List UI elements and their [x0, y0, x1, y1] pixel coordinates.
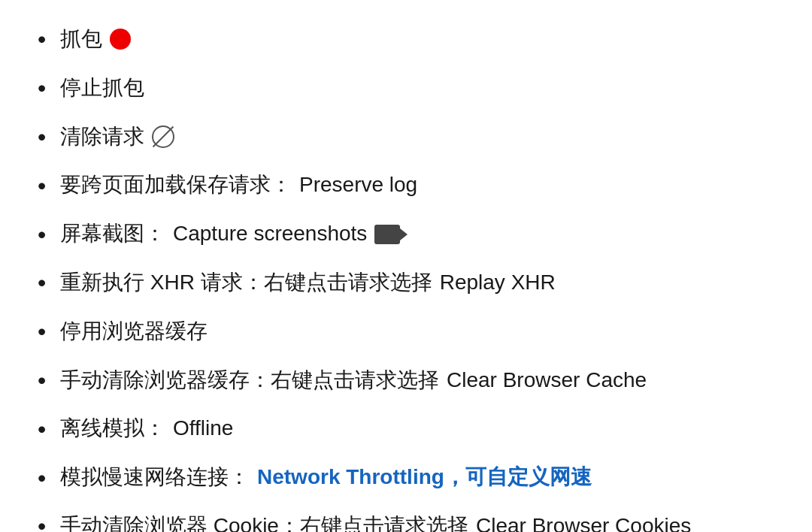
throttling-prefix: 模拟慢速网络连接：: [60, 461, 250, 494]
list-item-throttling: 模拟慢速网络连接：Network Throttling，可自定义网速: [30, 453, 782, 502]
clear-cookies-prefix: 手动清除浏览器 Cookie：右键点击请求选择: [60, 509, 468, 532]
video-camera-icon: [374, 225, 400, 244]
capture-screenshots-value: Capture screenshots: [173, 217, 367, 251]
disable-cache-label: 停用浏览器缓存: [60, 315, 208, 349]
list-item-replay-xhr: 重新执行 XHR 请求：右键点击请求选择Replay XHR: [30, 258, 782, 307]
list-item-capture: 抓包: [30, 15, 782, 64]
list-item-clear-cookies: 手动清除浏览器 Cookie：右键点击请求选择Clear Browser Coo…: [30, 502, 782, 532]
clear-cookies-value: Clear Browser Cookies: [476, 509, 691, 532]
capture-label: 抓包: [60, 23, 102, 56]
list-item-offline: 离线模拟：Offline: [30, 404, 782, 453]
list-item-disable-cache: 停用浏览器缓存: [30, 307, 782, 356]
list-item-capture-screenshots: 屏幕截图：Capture screenshots: [30, 210, 782, 258]
clear-requests-label: 清除请求: [60, 120, 144, 154]
clear-cache-prefix: 手动清除浏览器缓存：右键点击请求选择: [60, 364, 439, 397]
offline-value: Offline: [173, 412, 233, 446]
replay-xhr-value: Replay XHR: [440, 266, 556, 300]
list-item-clear-cache: 手动清除浏览器缓存：右键点击请求选择Clear Browser Cache: [30, 356, 782, 405]
capture-screenshots-prefix: 屏幕截图：: [60, 217, 165, 251]
clear-cache-value: Clear Browser Cache: [447, 364, 647, 397]
feature-list: 抓包 停止抓包 清除请求 要跨页面加载保存请求：Preserve log 屏幕截…: [30, 15, 782, 532]
stop-capture-label: 停止抓包: [60, 71, 144, 105]
list-item-stop-capture: 停止抓包: [30, 64, 782, 113]
replay-xhr-prefix: 重新执行 XHR 请求：右键点击请求选择: [60, 266, 432, 300]
offline-prefix: 离线模拟：: [60, 412, 165, 446]
list-item-clear-requests: 清除请求: [30, 113, 782, 162]
preserve-log-prefix: 要跨页面加载保存请求：: [60, 168, 292, 202]
no-symbol-icon: [152, 125, 174, 148]
preserve-log-value: Preserve log: [299, 168, 417, 202]
throttling-value: Network Throttling，可自定义网速: [257, 461, 592, 494]
red-circle-icon: [110, 29, 131, 50]
list-item-preserve-log: 要跨页面加载保存请求：Preserve log: [30, 161, 782, 210]
